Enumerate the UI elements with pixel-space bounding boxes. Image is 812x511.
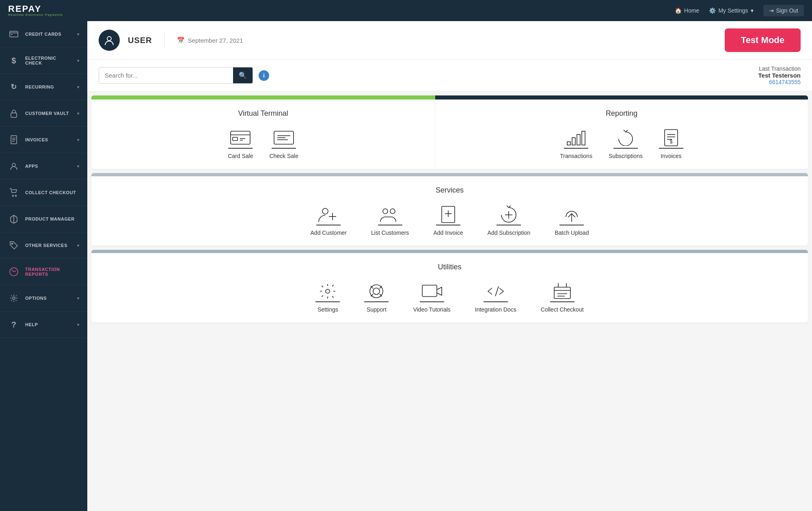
card-sale-item[interactable]: Card Sale bbox=[228, 128, 253, 159]
transactions-label: Transactions bbox=[560, 153, 592, 159]
invoices-icon-box: $ bbox=[659, 128, 683, 149]
support-icon-box bbox=[364, 281, 389, 302]
add-invoice-item[interactable]: Add Invoice bbox=[433, 204, 463, 236]
utilities-section: Utilities Settings bbox=[91, 250, 808, 323]
svg-rect-28 bbox=[582, 131, 585, 145]
card-sale-label: Card Sale bbox=[228, 153, 253, 159]
sidebar-label-customer-vault: CUSTOMER VAULT bbox=[25, 111, 69, 116]
sidebar-label-options: OPTIONS bbox=[25, 296, 47, 301]
svg-point-8 bbox=[12, 163, 15, 167]
sidebar-item-other-services[interactable]: OTHER SERVICES ▾ bbox=[0, 232, 87, 259]
sidebar-item-collect-checkout[interactable]: COLLECT CHECKOUT bbox=[0, 180, 87, 206]
virtual-terminal-col: Virtual Terminal bbox=[91, 100, 435, 169]
svg-rect-54 bbox=[554, 287, 570, 299]
sidebar-item-options[interactable]: OPTIONS ▾ bbox=[0, 285, 87, 312]
settings-label: Settings bbox=[317, 306, 338, 313]
integration-docs-label: Integration Docs bbox=[475, 306, 516, 313]
add-subscription-item[interactable]: Add Subscription bbox=[488, 204, 531, 236]
info-icon[interactable]: i bbox=[259, 70, 269, 81]
sidebar-label-other-services: OTHER SERVICES bbox=[25, 243, 67, 248]
check-sale-item[interactable]: Check Sale bbox=[269, 128, 298, 159]
search-bar-area: 🔍 i Last Transaction Test Testerson 6614… bbox=[87, 60, 812, 91]
subscriptions-icon-box bbox=[613, 128, 638, 149]
logo-sub: Realtime Electronic Payments bbox=[8, 13, 63, 17]
chevron-icon: ▾ bbox=[77, 243, 80, 248]
utilities-gray-bar bbox=[91, 250, 808, 253]
sidebar-item-credit-cards[interactable]: CREDIT CARDS ▾ bbox=[0, 21, 87, 48]
last-transaction-number: 6614743555 bbox=[758, 79, 801, 85]
reporting-icons: Transactions Subscriptions bbox=[443, 128, 800, 159]
divider bbox=[164, 32, 165, 48]
sidebar-label-recurring: RECURRING bbox=[25, 84, 54, 89]
subscriptions-item[interactable]: Subscriptions bbox=[609, 128, 643, 159]
main-content: USER 📅 September 27, 2021 Test Mode 🔍 i … bbox=[87, 21, 812, 511]
virtual-terminal-icons: Card Sale Check Sale bbox=[99, 128, 427, 159]
utilities-icons: Settings bbox=[99, 281, 800, 313]
sidebar-item-customer-vault[interactable]: CUSTOMER VAULT ▾ bbox=[0, 100, 87, 127]
collect-checkout-item[interactable]: Collect Checkout bbox=[541, 281, 584, 313]
sidebar-label-help: HELP bbox=[25, 322, 38, 327]
svg-point-47 bbox=[373, 288, 380, 294]
svg-text:$: $ bbox=[670, 139, 673, 145]
search-button[interactable]: 🔍 bbox=[233, 67, 253, 83]
sidebar-item-help[interactable]: ? HELP ▾ bbox=[0, 312, 87, 338]
main-layout: CREDIT CARDS ▾ $ ELECTRONIC CHECK ▾ ↻ RE… bbox=[0, 21, 812, 511]
collect-checkout-icon-box bbox=[550, 281, 574, 302]
sidebar-label-collect-checkout: COLLECT CHECKOUT bbox=[25, 190, 76, 195]
options-icon bbox=[8, 292, 19, 304]
services-icons: Add Customer List Customers bbox=[99, 204, 800, 236]
svg-point-12 bbox=[12, 243, 13, 245]
two-col-layout: Virtual Terminal bbox=[91, 100, 808, 169]
sidebar-label-invoices: INVOICES bbox=[25, 137, 48, 142]
add-invoice-icon-box bbox=[436, 204, 460, 225]
gear-icon: ⚙️ bbox=[709, 7, 716, 14]
sidebar-item-product-manager[interactable]: PRODUCT MANAGER bbox=[0, 206, 87, 232]
svg-point-38 bbox=[390, 209, 395, 214]
reporting-title: Reporting bbox=[443, 109, 800, 118]
sidebar-item-electronic-check[interactable]: $ ELECTRONIC CHECK ▾ bbox=[0, 48, 87, 74]
credit-card-icon bbox=[8, 28, 19, 40]
date-area: 📅 September 27, 2021 bbox=[177, 37, 243, 44]
user-name: USER bbox=[128, 36, 152, 45]
sidebar-item-invoices[interactable]: INVOICES ▾ bbox=[0, 127, 87, 153]
home-nav-item[interactable]: 🏠 Home bbox=[675, 7, 699, 14]
support-item[interactable]: Support bbox=[364, 281, 389, 313]
add-customer-icon-box bbox=[316, 204, 341, 225]
add-invoice-label: Add Invoice bbox=[433, 230, 463, 236]
top-nav-right: 🏠 Home ⚙️ My Settings ▾ ⇥ Sign Out bbox=[675, 5, 804, 16]
transactions-item[interactable]: Transactions bbox=[560, 128, 592, 159]
settings-nav-item[interactable]: ⚙️ My Settings ▾ bbox=[709, 7, 753, 14]
svg-rect-52 bbox=[422, 285, 437, 297]
svg-point-37 bbox=[383, 209, 388, 214]
test-mode-button[interactable]: Test Mode bbox=[725, 28, 801, 52]
settings-item[interactable]: Settings bbox=[315, 281, 340, 313]
check-sale-label: Check Sale bbox=[269, 153, 298, 159]
video-tutorials-item[interactable]: Video Tutorials bbox=[413, 281, 450, 313]
sidebar-label-apps: APPS bbox=[25, 164, 38, 169]
add-customer-item[interactable]: Add Customer bbox=[311, 204, 347, 236]
last-transaction-label: Last Transaction bbox=[759, 65, 801, 72]
services-gray-bar bbox=[91, 173, 808, 176]
logo: REPAY Realtime Electronic Payments bbox=[8, 4, 63, 17]
sidebar-item-transaction-reports[interactable]: TRANSACTION REPORTS bbox=[0, 259, 87, 285]
search-input[interactable] bbox=[99, 68, 233, 83]
chevron-icon: ▾ bbox=[77, 296, 80, 301]
sidebar-item-recurring[interactable]: ↻ RECURRING ▾ bbox=[0, 74, 87, 100]
signout-nav-item[interactable]: ⇥ Sign Out bbox=[763, 5, 804, 16]
date-text: September 27, 2021 bbox=[188, 37, 243, 44]
sidebar-item-apps[interactable]: APPS ▾ bbox=[0, 153, 87, 180]
add-subscription-icon-box bbox=[497, 204, 521, 225]
integration-docs-item[interactable]: Integration Docs bbox=[475, 281, 516, 313]
virtual-terminal-title: Virtual Terminal bbox=[99, 109, 427, 118]
invoices-item[interactable]: $ Invoices bbox=[659, 128, 683, 159]
svg-rect-25 bbox=[567, 142, 570, 145]
top-nav: REPAY Realtime Electronic Payments 🏠 Hom… bbox=[0, 0, 812, 21]
section-header-bar bbox=[91, 95, 808, 100]
svg-point-10 bbox=[15, 195, 17, 197]
svg-point-9 bbox=[13, 195, 14, 197]
add-subscription-label: Add Subscription bbox=[488, 230, 531, 236]
list-customers-item[interactable]: List Customers bbox=[371, 204, 409, 236]
batch-upload-item[interactable]: Batch Upload bbox=[555, 204, 589, 236]
settings-label: My Settings bbox=[718, 7, 748, 14]
svg-rect-18 bbox=[233, 137, 238, 141]
